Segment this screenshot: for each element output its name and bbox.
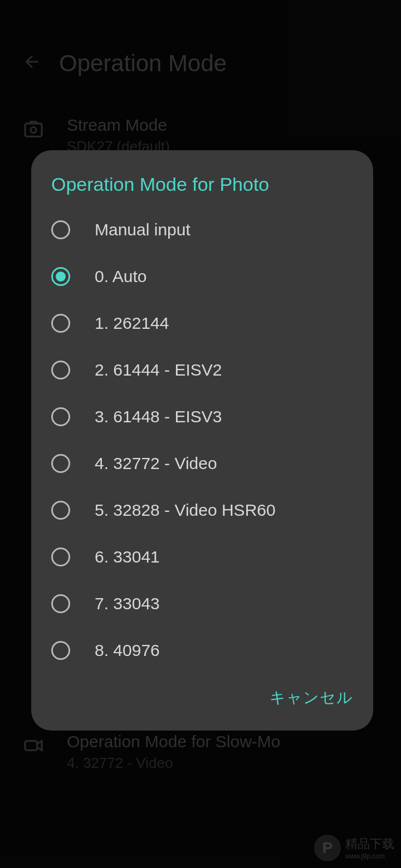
radio-list: Manual input0. Auto1. 2621442. 61444 - E… xyxy=(31,206,373,674)
dialog-title: Operation Mode for Photo xyxy=(31,174,373,206)
radio-label: 0. Auto xyxy=(95,267,146,286)
radio-option[interactable]: 4. 32772 - Video xyxy=(31,440,373,487)
dialog-actions: キャンセル xyxy=(31,674,373,719)
radio-label: Manual input xyxy=(95,220,190,239)
radio-icon xyxy=(51,314,70,333)
radio-option[interactable]: 7. 33043 xyxy=(31,580,373,627)
radio-option[interactable]: 6. 33041 xyxy=(31,534,373,580)
radio-option[interactable]: 3. 61448 - EISV3 xyxy=(31,393,373,440)
cancel-button[interactable]: キャンセル xyxy=(270,687,353,708)
radio-icon xyxy=(51,267,70,286)
radio-icon xyxy=(51,407,70,426)
radio-label: 8. 40976 xyxy=(95,641,160,660)
radio-label: 1. 262144 xyxy=(95,314,169,333)
radio-label: 4. 32772 - Video xyxy=(95,454,217,473)
radio-label: 5. 32828 - Video HSR60 xyxy=(95,501,276,520)
radio-icon xyxy=(51,454,70,473)
radio-icon xyxy=(51,594,70,613)
radio-option[interactable]: Manual input xyxy=(31,206,373,253)
radio-label: 6. 33041 xyxy=(95,548,160,566)
radio-icon xyxy=(51,641,70,660)
radio-icon xyxy=(51,361,70,379)
radio-option[interactable]: 8. 40976 xyxy=(31,627,373,674)
radio-option[interactable]: 0. Auto xyxy=(31,253,373,300)
radio-label: 7. 33043 xyxy=(95,594,160,613)
radio-option[interactable]: 5. 32828 - Video HSR60 xyxy=(31,487,373,534)
radio-icon xyxy=(51,548,70,566)
radio-option[interactable]: 1. 262144 xyxy=(31,300,373,347)
radio-label: 2. 61444 - EISV2 xyxy=(95,361,222,379)
dialog-operation-mode-photo: Operation Mode for Photo Manual input0. … xyxy=(31,150,373,731)
radio-icon xyxy=(51,501,70,520)
radio-option[interactable]: 2. 61444 - EISV2 xyxy=(31,347,373,393)
radio-label: 3. 61448 - EISV3 xyxy=(95,407,222,426)
radio-icon xyxy=(51,220,70,239)
